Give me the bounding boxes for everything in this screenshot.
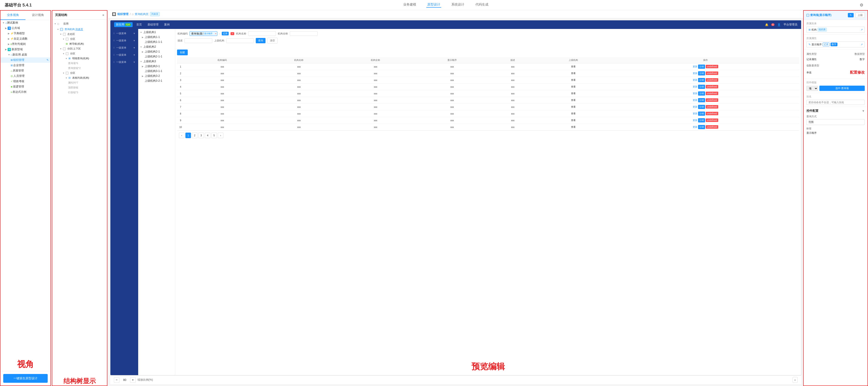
org-node-3[interactable]: ▼ 上级机构3 [139, 59, 174, 64]
clear-button[interactable]: 清空 [267, 38, 278, 43]
nav-home[interactable]: 首页 [136, 23, 142, 27]
generate-btn[interactable]: 一键派生原型设计 [3, 374, 48, 383]
query-button[interactable]: 查询 [256, 38, 266, 43]
nav-case[interactable]: 案例 [164, 23, 170, 27]
sidebar-menu-1[interactable]: ⠿ 一级菜单 ▼ [111, 30, 138, 37]
page-3[interactable]: 3 [198, 133, 204, 138]
tree-item-performance[interactable]: ✓ 绩效考核 [0, 79, 51, 84]
tree-item-person[interactable]: ◎ 人员管理 [0, 73, 51, 79]
tree-nav[interactable]: ⊞ 树导航(机构) [52, 41, 107, 46]
control-arrow-icon[interactable]: ▼ [862, 109, 865, 113]
list-link[interactable]: 列表页 [75, 28, 83, 31]
menu-icon[interactable]: ≡ [102, 13, 104, 17]
org-node-3-1[interactable]: ▶ 上级机构3-1 [139, 64, 174, 69]
tree-item-seq[interactable]: ▶ # 序列号规则 [0, 41, 51, 47]
tree-item-expr[interactable]: ≡ 表达式示例 [0, 89, 51, 95]
cancel-btn[interactable]: undefined [706, 92, 718, 95]
view-btn[interactable]: 更新 [693, 105, 698, 108]
entity-arrow[interactable]: ↗ [861, 28, 863, 31]
tree-query-items[interactable]: 查询项*6 [52, 61, 107, 66]
page-5[interactable]: 5 [211, 133, 217, 138]
widget-select-btn[interactable]: 选中·查询项 [819, 86, 865, 91]
tree-table-list[interactable]: ▼ ⊟ 表格列表(机构) [52, 75, 107, 80]
tree-partition1[interactable]: ▼ □ 分区 [52, 37, 107, 41]
view-btn[interactable]: 更新 [693, 99, 698, 102]
entity-item[interactable]: ⊞ 机构 组织类 ↗ [806, 27, 865, 33]
sidebar-menu-2[interactable]: ⠿ 一级菜单 ▼ [111, 37, 138, 44]
tree-partition-updown[interactable]: ▼ □ 分区/上下区 [52, 46, 107, 51]
page-1[interactable]: 1 [185, 133, 191, 138]
update-btn[interactable]: 注销 [698, 65, 705, 69]
sync-btn[interactable]: ↻ [848, 13, 854, 18]
nav-business-modeling[interactable]: 业务建模 [402, 3, 417, 8]
tree-detail-query[interactable]: ▼ ⊞ 明细查询(机构) [52, 56, 107, 61]
org-node-2-1-1[interactable]: 上级机构2-1-1 [139, 54, 174, 59]
view-btn[interactable]: 更新 [693, 78, 698, 82]
update-btn[interactable]: 注销 [698, 118, 705, 122]
update-btn[interactable]: 注销 [698, 105, 705, 109]
cancel-btn[interactable]: undefined [706, 78, 718, 82]
update-btn[interactable]: 注销 [698, 111, 705, 116]
tree-item-public[interactable]: ▶ 域 公共域 [0, 26, 51, 31]
field5-input[interactable] [226, 38, 254, 43]
nav-basic[interactable]: 基础管理 [148, 23, 159, 27]
tree-attr-cols[interactable]: 属性列*7 [52, 80, 107, 85]
sidebar-menu-5[interactable]: ⠿ 一级菜单 ▼ [111, 59, 138, 66]
cancel-btn[interactable]: undefined [706, 119, 718, 122]
level-btn[interactable]: 上级 [856, 12, 865, 18]
edit-icon[interactable]: ✎ [46, 59, 49, 62]
tree-item-new-app[interactable]: ▼ □ 新应用 桌面 [0, 52, 51, 57]
alias-input[interactable] [806, 100, 865, 105]
tree-item-patrol[interactable]: ◈ 巡逻管理 [0, 84, 51, 89]
attr-tag-record[interactable]: 记录 [823, 42, 830, 46]
tree-item-new-domain[interactable]: ▶ 域 新原型域 [0, 47, 51, 52]
attr-tag-numeric[interactable]: 数字 [831, 42, 837, 46]
collapse-btn[interactable]: ‹ [793, 377, 798, 383]
tree-partition2[interactable]: ▼ □ 分区 [52, 51, 107, 56]
org-node-2[interactable]: ▼ 上级机构2 [139, 44, 174, 49]
field2-input[interactable] [248, 31, 276, 36]
bell-icon[interactable]: 🔔 [765, 23, 769, 26]
cancel-btn[interactable]: undefined [706, 85, 718, 88]
update-btn[interactable]: 注销 [698, 71, 705, 75]
cancel-btn[interactable]: undefined [706, 105, 718, 108]
sidebar-menu-4[interactable]: ⠿ 一级菜单 ▼ [111, 52, 138, 59]
create-button[interactable]: 创建 [177, 50, 188, 55]
org-node-3-2[interactable]: ▶ 上级机构3-2 [139, 73, 174, 78]
field3-input[interactable] [290, 31, 317, 36]
org-node-3-2-1[interactable]: 上级机构3-2-1 [139, 78, 174, 83]
tree-item-enterprise[interactable]: ⊞ 企业管理 [0, 63, 51, 68]
view-btn[interactable]: 更新 [693, 85, 698, 88]
org-node-3-1-1[interactable]: 上级机构3-1-1 [139, 69, 174, 73]
close-icon[interactable]: × [215, 32, 216, 35]
tree-item-org[interactable]: ⊞ 组织管理 ✎ [0, 57, 51, 63]
update-btn[interactable]: 注销 [698, 98, 705, 102]
settings-icon[interactable]: ⚙ [860, 3, 863, 8]
update-btn[interactable]: 注销 [698, 91, 705, 96]
breadcrumb-org[interactable]: 组织管理 [117, 12, 128, 16]
org-node-2-1[interactable]: ▶ 上级机构2-1 [139, 49, 174, 54]
update-btn[interactable]: 注销 [698, 125, 705, 129]
view-btn[interactable]: 更新 [693, 72, 698, 75]
update-btn[interactable]: 注销 [698, 85, 705, 89]
page-next[interactable]: › [218, 133, 223, 138]
tab-business-view[interactable]: 业务视角 [0, 11, 26, 20]
tree-link[interactable]: 查询机构 列表页 [65, 28, 83, 31]
tree-app[interactable]: ▼ □ 应用 [52, 21, 107, 27]
cancel-btn[interactable]: undefined [706, 65, 718, 68]
cancel-btn[interactable]: undefined [706, 71, 718, 75]
page-prev[interactable]: ‹ [179, 133, 184, 138]
attr-item[interactable]: ✎ 显示顺序 记录 数字 ↗ [806, 41, 865, 47]
tree-item-custom-func[interactable]: ▶ ⚡ 自定义函数 [0, 36, 51, 41]
update-btn[interactable]: 注销 [698, 78, 705, 82]
org-node-1[interactable]: ▼ 上级机构1 [139, 30, 174, 35]
nav-system-design[interactable]: 系统设计 [451, 3, 465, 8]
view-btn[interactable]: 更新 [693, 125, 698, 129]
view-btn[interactable]: 更新 [693, 92, 698, 95]
tree-item-dict[interactable]: ▶ ⚡ 字典模型 [0, 31, 51, 36]
widget-type-select[interactable]: 项 [806, 86, 818, 91]
view-btn[interactable]: 更新 [693, 112, 698, 115]
org-node-1-1[interactable]: ▶ 上级机构1-1 [139, 35, 174, 39]
tree-item-house[interactable]: ⌂ 房屋管理 [0, 68, 51, 73]
tree-item-test[interactable]: ▼ ⌂ 测试案例 [0, 20, 51, 26]
